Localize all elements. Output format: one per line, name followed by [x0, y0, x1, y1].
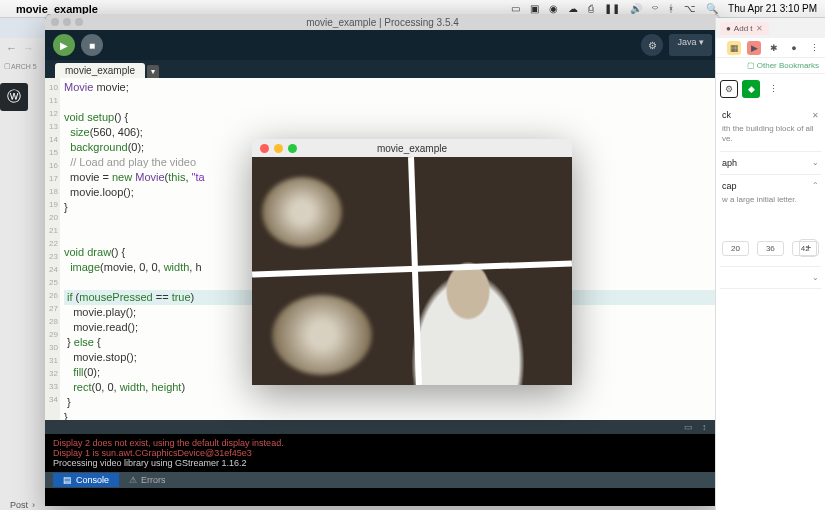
console-toggle-icon[interactable]: ▭ — [684, 422, 694, 432]
spotlight-icon[interactable]: 🔍 — [706, 3, 718, 14]
console-expand-icon[interactable]: ↕ — [702, 422, 712, 432]
browser-window-right: ● Add t ✕ ▦ ▶ ✱ ● ⋮ ▢ Other Bookmarks ⚙ … — [715, 18, 825, 510]
line-number-gutter: 1011121314151617181920212223242526272829… — [45, 78, 60, 420]
window-controls[interactable] — [51, 18, 83, 26]
size-option[interactable]: 36 — [757, 241, 784, 256]
extensions-icon[interactable]: ✱ — [767, 41, 781, 55]
bookmarks-bar: ▢ Other Bookmarks — [716, 58, 825, 74]
video-content — [272, 295, 372, 375]
video-icon[interactable]: ▭ — [511, 3, 520, 14]
panel-title[interactable]: aph — [722, 158, 737, 168]
browser-tab[interactable]: ● Add t ✕ — [720, 22, 769, 35]
left-bookmark[interactable]: ▢ ARCH 5 — [0, 58, 45, 74]
errors-tab[interactable]: ⚠ Errors — [119, 473, 176, 487]
inspector-panel-collapsed: ⌄ — [720, 267, 821, 289]
console-panel: ▭ ↕ Display 2 does not exist, using the … — [45, 420, 720, 506]
sketch-window[interactable]: movie_example — [252, 139, 572, 385]
panel-help: w a large initial letter. — [722, 195, 819, 205]
browser-tabstrip: ● Add t ✕ — [716, 18, 825, 38]
sketch-titlebar[interactable]: movie_example — [252, 139, 572, 157]
debug-button[interactable]: ⚙ — [641, 34, 663, 56]
tab-dropdown-icon[interactable]: ▾ — [147, 65, 159, 78]
console-toolbar: ▭ ↕ — [45, 420, 720, 434]
more-button[interactable]: ⋮ — [764, 80, 782, 98]
cloud-icon[interactable]: ☁ — [568, 3, 578, 14]
console-tab-footer: ▤ Console ⚠ Errors — [45, 472, 720, 488]
bluetooth-icon[interactable]: ᚼ — [668, 3, 674, 14]
sketch-title-text: movie_example — [377, 143, 447, 154]
chevron-right-icon: › — [32, 500, 35, 510]
close-icon[interactable]: ✕ — [812, 111, 819, 120]
sketch-tab-row: movie_example ▾ — [45, 60, 720, 78]
printer-icon[interactable]: ⎙ — [588, 3, 594, 14]
wordpress-logo-icon[interactable]: ⓦ — [0, 83, 28, 111]
ide-title: movie_example | Processing 3.5.4 — [306, 17, 459, 28]
left-tabstrip — [0, 18, 45, 38]
speaker-icon[interactable]: 🔊 — [630, 3, 642, 14]
left-browser-peek: ← → ▢ ARCH 5 — [0, 18, 45, 78]
run-button[interactable]: ▶ — [53, 34, 75, 56]
inspector-panel-typography: aph⌄ — [720, 152, 821, 175]
footer-post-link[interactable]: Post› — [10, 500, 35, 510]
menu-icon[interactable]: ⋮ — [807, 41, 821, 55]
menubar-clock[interactable]: Thu Apr 21 3:10 PM — [728, 3, 817, 14]
console-output[interactable]: Display 2 does not exist, using the defa… — [45, 434, 720, 472]
browser-toolbar: ▦ ▶ ✱ ● ⋮ — [716, 38, 825, 58]
inspector-content: ⚙ ◆ ⋮ ck✕ ith the building block of all … — [716, 74, 825, 295]
console-tab[interactable]: ▤ Console — [53, 473, 119, 487]
inspector-panel-dropcap: cap⌃ w a large initial letter. ＋ 20 36 4… — [720, 175, 821, 267]
pause-icon[interactable]: ❚❚ — [604, 3, 620, 14]
left-nav: ← → — [0, 38, 45, 58]
back-icon[interactable]: ← — [6, 42, 17, 54]
add-button[interactable]: ＋ — [799, 239, 817, 257]
close-icon[interactable] — [260, 144, 269, 153]
panel-title[interactable]: cap — [722, 181, 737, 191]
panel-title[interactable]: ck — [722, 110, 731, 120]
extension-icon[interactable]: ▶ — [747, 41, 761, 55]
ide-titlebar[interactable]: movie_example | Processing 3.5.4 — [45, 14, 720, 30]
control-center-icon[interactable]: ⌥ — [684, 3, 696, 14]
record-icon[interactable]: ◉ — [549, 3, 558, 14]
forward-icon[interactable]: → — [23, 42, 34, 54]
chevron-up-icon[interactable]: ⌃ — [812, 181, 819, 190]
stop-button[interactable]: ■ — [81, 34, 103, 56]
size-option[interactable]: 20 — [722, 241, 749, 256]
jetpack-button[interactable]: ◆ — [742, 80, 760, 98]
profile-icon[interactable]: ● — [787, 41, 801, 55]
zoom-icon[interactable] — [288, 144, 297, 153]
inspector-actions: ⚙ ◆ ⋮ — [720, 80, 821, 98]
chevron-down-icon[interactable]: ⌄ — [812, 273, 819, 282]
video-content — [262, 177, 342, 247]
sketch-tab[interactable]: movie_example — [55, 63, 145, 78]
menubar-right: ▭ ▣ ◉ ☁ ⎙ ❚❚ 🔊 ⌔ ᚼ ⌥ 🔍 Thu Apr 21 3:10 P… — [511, 3, 817, 14]
bookmarks-folder[interactable]: ▢ Other Bookmarks — [747, 61, 819, 70]
menubar-app-name[interactable]: movie_example — [16, 3, 98, 15]
extension-icon[interactable]: ▦ — [727, 41, 741, 55]
folder-icon[interactable]: ▣ — [530, 3, 539, 14]
panel-help: ith the building block of all ve. — [722, 124, 819, 145]
chevron-down-icon[interactable]: ⌄ — [812, 158, 819, 167]
settings-button[interactable]: ⚙ — [720, 80, 738, 98]
mode-selector[interactable]: Java ▾ — [669, 34, 712, 56]
ide-toolbar: ▶ ■ ⚙ Java ▾ — [45, 30, 720, 60]
inspector-panel-block: ck✕ ith the building block of all ve. — [720, 104, 821, 152]
close-tab-icon[interactable]: ✕ — [756, 24, 763, 33]
sketch-canvas[interactable] — [252, 157, 572, 385]
wifi-icon[interactable]: ⌔ — [652, 3, 658, 14]
minimize-icon[interactable] — [274, 144, 283, 153]
